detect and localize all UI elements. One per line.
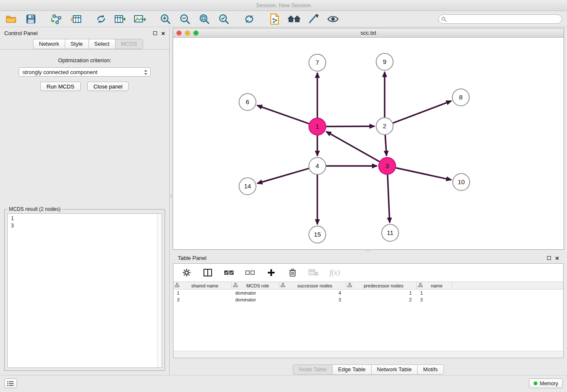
edge-2-8[interactable] (393, 101, 451, 123)
tab-network[interactable]: Network (33, 39, 65, 49)
zoom-out-icon[interactable] (179, 13, 191, 25)
table-row[interactable]: 1dominator411 (173, 290, 563, 296)
close-window-icon[interactable]: × (176, 30, 182, 36)
node-10[interactable]: 10 (453, 174, 470, 190)
column-type-icon (281, 283, 285, 288)
export-network-icon[interactable] (114, 13, 127, 25)
table-cell[interactable]: 1 (417, 290, 452, 296)
settings-gear-icon[interactable] (181, 267, 192, 279)
export-image-icon[interactable] (134, 13, 146, 25)
column-header-successor-nodes[interactable]: successor nodes (279, 282, 346, 289)
import-network-icon[interactable] (50, 13, 63, 25)
column-header-shared-name[interactable]: shared name (173, 282, 232, 289)
edge-3-1[interactable] (326, 132, 380, 162)
tab-network-table[interactable]: Network Table (371, 364, 418, 375)
show-hide-icon[interactable] (327, 13, 339, 25)
zoom-window-icon[interactable]: + (193, 30, 198, 36)
control-panel: Control Panel × NetworkStyleSelectMCDS O… (0, 27, 170, 375)
main-toolbar (0, 11, 567, 27)
splitter-handle-horizontal[interactable] (363, 249, 372, 252)
node-15[interactable]: 15 (309, 226, 326, 243)
svg-text:9: 9 (383, 58, 386, 65)
minimize-window-icon[interactable]: – (185, 30, 190, 36)
open-in-browser-icon[interactable] (268, 13, 281, 25)
delete-column-icon[interactable] (287, 267, 298, 279)
float-panel-icon[interactable] (153, 31, 157, 35)
tab-node-table[interactable]: Node Table (293, 364, 333, 375)
task-history-button[interactable] (4, 378, 17, 388)
node-11[interactable]: 11 (382, 224, 399, 241)
float-table-panel-icon[interactable] (547, 256, 551, 260)
table-cell[interactable]: 3 (173, 296, 232, 303)
select-all-checked-icon[interactable] (223, 267, 234, 279)
svg-text:4: 4 (316, 162, 319, 169)
optimization-criterion-label: Optimization criterion: (0, 57, 169, 63)
tab-edge-table[interactable]: Edge Table (332, 364, 372, 375)
node-1[interactable]: 1 (309, 118, 326, 135)
column-type-icon (418, 283, 423, 288)
node-7[interactable]: 7 (309, 54, 326, 71)
table-cell[interactable]: 4 (279, 290, 346, 296)
run-mcds-button[interactable]: Run MCDS (40, 82, 81, 91)
close-table-panel-icon[interactable]: × (555, 255, 559, 261)
memory-status-icon (534, 381, 537, 385)
result-scrollbar[interactable] (157, 214, 162, 367)
close-panel-button[interactable]: Close panel (87, 82, 129, 91)
edge-3-11[interactable] (388, 175, 390, 223)
edge-3-10[interactable] (396, 168, 451, 179)
edge-2-3[interactable] (385, 135, 386, 156)
status-bar: Memory (0, 375, 567, 392)
edge-4-14[interactable] (257, 168, 309, 183)
search-input[interactable] (438, 14, 562, 24)
node-6[interactable]: 6 (239, 94, 256, 110)
column-layout-icon[interactable] (202, 267, 213, 279)
node-4[interactable]: 4 (309, 157, 326, 174)
node-2[interactable]: 2 (376, 118, 393, 135)
zoom-in-icon[interactable] (159, 13, 172, 25)
optimization-criterion-select[interactable]: strongly connected component (19, 67, 151, 77)
fx-label: f(x) (330, 268, 340, 277)
table-row[interactable]: 3dominator323 (173, 296, 563, 303)
neighbors-icon[interactable] (288, 13, 300, 25)
window-title: Session: New Session (256, 2, 311, 8)
tab-mcds[interactable]: MCDS (115, 39, 143, 49)
tab-select[interactable]: Select (88, 39, 116, 49)
style-brush-icon[interactable] (307, 13, 320, 25)
save-session-icon[interactable] (25, 13, 37, 25)
zoom-selected-icon[interactable] (217, 13, 230, 25)
network-window-title: scc.txt (361, 30, 376, 36)
refresh-icon[interactable] (243, 13, 256, 25)
table-cell[interactable]: dominator (232, 290, 279, 296)
import-table-icon[interactable] (69, 13, 82, 25)
node-9[interactable]: 9 (376, 53, 393, 70)
tab-motifs[interactable]: Motifs (417, 364, 444, 375)
network-tools-icon[interactable] (95, 13, 107, 25)
column-header-predecessor-nodes[interactable]: predecessor nodes (346, 282, 417, 289)
add-column-icon[interactable] (266, 267, 277, 279)
node-14[interactable]: 14 (239, 178, 256, 195)
splitter-handle-vertical[interactable] (170, 191, 173, 201)
edge-1-6[interactable] (257, 105, 309, 124)
column-header-mcds-role[interactable]: MCDS role (232, 282, 279, 289)
node-8[interactable]: 8 (452, 89, 469, 106)
table-cell[interactable]: dominator (232, 296, 279, 303)
network-canvas[interactable]: 7968124314101511 (173, 38, 564, 249)
node-3[interactable]: 3 (379, 157, 396, 174)
table-cell[interactable]: 3 (417, 296, 452, 303)
table-cell[interactable]: 2 (346, 296, 417, 303)
tab-style[interactable]: Style (65, 39, 89, 49)
search-icon (441, 16, 447, 24)
mcds-result-area[interactable]: 13 (7, 213, 162, 368)
control-panel-title: Control Panel (4, 30, 38, 36)
column-header-name[interactable]: name (417, 282, 452, 289)
table-cell[interactable]: 3 (279, 296, 346, 303)
zoom-fit-icon[interactable] (198, 13, 211, 25)
close-panel-icon[interactable]: × (161, 30, 165, 36)
memory-button[interactable]: Memory (529, 378, 563, 388)
table-horizontal-scrollbar[interactable] (173, 351, 563, 358)
edge-1-2[interactable] (326, 126, 374, 127)
deselect-all-icon[interactable] (245, 267, 256, 279)
table-cell[interactable]: 1 (346, 290, 417, 296)
table-cell[interactable]: 1 (173, 290, 232, 296)
open-session-icon[interactable] (5, 13, 18, 25)
